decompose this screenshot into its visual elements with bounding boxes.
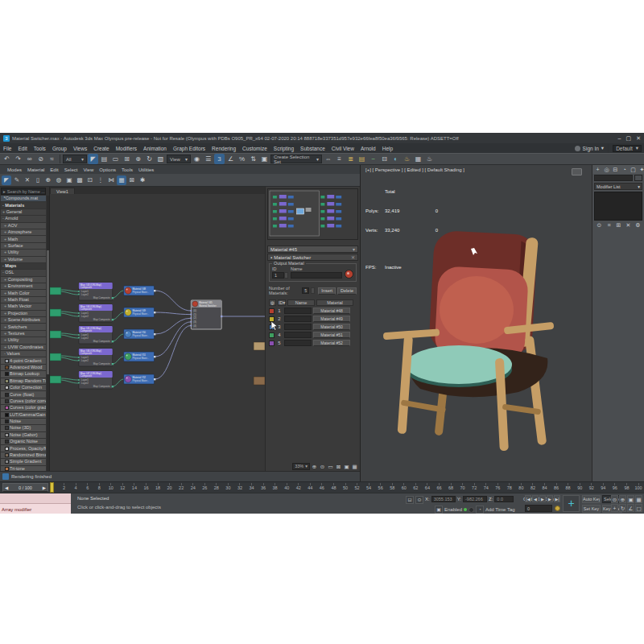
macro-recorder-line[interactable] [0,493,71,504]
x-coordinate-field[interactable]: 3055.153 [431,496,456,502]
output-id-field[interactable]: 1 [272,272,284,279]
adaptive-degradation-icon[interactable]: ▣ [435,506,443,514]
slate-menu-item[interactable]: View [80,167,97,172]
slate-menu-item[interactable]: Select [61,167,80,172]
use-pivot-center-icon[interactable]: ◉ [192,154,202,164]
modifier-stack[interactable] [594,192,642,221]
perspective-viewport[interactable]: [+] [ Perspective ] [ Edited ] [ Default… [361,165,592,481]
name-column-header[interactable]: Name [287,299,315,306]
material-switcher-rollout[interactable]: ▪Material Switcher ✕ [267,254,358,261]
menu-item[interactable]: Animation [140,146,170,151]
browser-item[interactable]: Noise (Gabor) [1,432,46,438]
browser-item[interactable]: Bitmap Random Tiling [1,378,46,384]
browser-scrollbar[interactable] [47,196,49,471]
browser-item[interactable]: Process, Opacity/Map [1,445,46,451]
zoom-extents-icon[interactable]: ▣ [627,495,634,503]
next-frame-button[interactable]: ▶ [547,495,553,502]
menu-item[interactable]: Modifiers [113,146,140,151]
menu-item[interactable]: Tools [31,146,49,151]
browser-item[interactable]: + Switchers [1,324,46,329]
close-button[interactable]: ✕ [636,135,641,142]
browser-item[interactable]: + General [1,209,46,215]
menu-item[interactable]: Substance [297,146,328,151]
viewport-display-icon[interactable] [572,168,582,175]
pan-icon[interactable]: + [611,504,618,512]
material-button[interactable]: Material #50 [313,324,350,330]
browser-item[interactable]: - Arnold [1,216,46,221]
browser-item[interactable]: LUT/Gamma/Gain [1,412,46,418]
menu-item[interactable]: Views [70,146,90,151]
create-tab-icon[interactable]: + [594,166,601,173]
browser-item[interactable]: + Math Vector [1,303,46,309]
browser-item[interactable]: *Compounds.mat [1,196,46,201]
select-by-name-icon[interactable]: ▤ [99,154,109,164]
bind-to-space-warp-icon[interactable]: ≈ [47,154,57,164]
rendered-frame-window-icon[interactable]: ▦ [413,154,423,164]
previous-frame-button[interactable]: ◀ [532,495,539,502]
browser-item[interactable]: Curve (float) [1,391,46,397]
browser-item[interactable]: Bitmap Lookup [1,371,46,377]
track-bar[interactable]: 2468101214161820222426283032343638404244… [0,481,644,493]
number-of-materials-field[interactable]: 5 [302,287,309,294]
curve-editor-icon[interactable]: ~ [368,154,378,164]
browser-item[interactable]: 4-point Gradient [1,357,46,363]
slate-menu-item[interactable]: Material [25,167,47,172]
zoom-selected-icon[interactable]: ▣ [343,463,350,470]
browser-item[interactable]: + Textures [1,331,46,336]
slate-menu-item[interactable]: Edit [47,167,61,172]
node-graph[interactable]: Map #43 (OSLMap)CompositeLayer1Layer2Map… [50,194,265,471]
options-dots-icon[interactable]: ⋮ [96,175,105,185]
workspace-dropdown[interactable]: Default▾ [613,145,642,152]
object-color-swatch[interactable] [634,175,642,181]
caddy-toggle-icon[interactable] [469,507,474,513]
sign-in-caret-icon[interactable]: ▾ [601,145,604,151]
browser-item[interactable]: + AOV [1,223,46,229]
display-tab-icon[interactable]: ▢ [630,166,637,173]
browser-item[interactable]: + Math Color [1,290,46,295]
y-coordinate-field[interactable]: -982.266 [463,496,487,502]
menu-item[interactable]: Edit [14,146,30,151]
render-setup-icon[interactable]: ♨ [402,154,412,164]
browser-item[interactable]: - Values [1,351,46,357]
show-shaded-material-icon[interactable]: ◍ [54,175,64,185]
browser-item[interactable]: + UVW Coordinates [1,345,46,350]
browser-item[interactable]: Curves (color gradient) [1,405,46,411]
zoom-extents-all-icon[interactable]: ▦ [635,495,642,503]
menu-item[interactable]: File [0,146,14,151]
material-button[interactable]: Material #49 [313,316,350,322]
material-name-field[interactable] [284,324,312,330]
select-tool-icon[interactable]: ◤ [2,175,11,185]
orbit-icon[interactable]: ↻ [619,504,626,512]
browser-item[interactable]: + Volume [1,257,46,262]
add-time-tag[interactable]: Add Time Tag [485,507,515,512]
minimize-button[interactable]: – [618,135,621,142]
output-material-preview[interactable] [345,270,353,279]
material-row[interactable]: 1 Material #48 [269,307,357,315]
material-color-swatch[interactable] [269,316,275,322]
material-name-field[interactable] [284,340,312,346]
menu-item[interactable]: Scripting [270,146,297,151]
render-production-icon[interactable]: ♨ [424,154,435,164]
key-mode-icon[interactable] [555,506,560,511]
spinner-snap-icon[interactable]: ⇅ [248,154,258,164]
time-slider-marker[interactable] [50,482,54,493]
time-slider-handle[interactable]: ◀ 0 / 100 ▶ [2,483,48,492]
toggle-ribbon-icon[interactable]: ▤ [357,154,367,164]
menu-item[interactable]: Create [90,146,113,151]
view-tab[interactable]: View1 [50,188,75,194]
material-color-swatch[interactable] [269,332,275,338]
browser-item[interactable]: - Maps [1,263,46,269]
browser-item[interactable]: + Math [1,236,46,242]
material-editor-icon[interactable]: ◐ [390,154,401,164]
material-name-field[interactable] [284,332,312,338]
material-row[interactable]: 2 Material #49 [269,315,357,323]
maximize-viewport-icon[interactable]: ▢ [635,504,642,512]
material-column-header[interactable]: Material [316,299,353,306]
modifier-list-dropdown[interactable]: Modifier List▾ [594,183,642,190]
set-key-button[interactable]: Set Key [582,505,601,513]
browser-item[interactable]: Noise (3D) [1,425,46,431]
number-of-materials-spinner[interactable] [311,287,315,294]
pick-material-from-object-icon[interactable]: ✎ [12,175,22,185]
browser-item[interactable]: + Projection [1,311,46,316]
percent-snap-icon[interactable]: % [237,154,247,164]
